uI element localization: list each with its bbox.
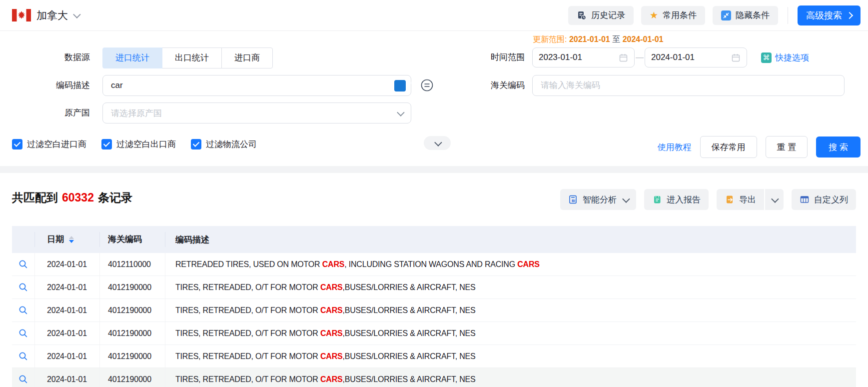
row-code: 4012190000 [100, 276, 165, 298]
date-separator: — [636, 48, 644, 68]
header-date[interactable]: 日期 [35, 232, 100, 247]
magnifier-icon[interactable] [18, 306, 28, 315]
datasource-label: 数据源 [30, 48, 90, 68]
checkbox-checked-icon[interactable] [191, 139, 201, 150]
magnifier-icon[interactable] [18, 352, 28, 361]
chevron-down-icon [771, 195, 779, 203]
row-date: 2024-01-01 [35, 299, 100, 322]
hide-conditions-label: 隐藏条件 [736, 10, 770, 21]
results-count: 60332 [62, 191, 94, 204]
date-to-value: 2024-01-01 [651, 52, 695, 62]
results-summary: 共匹配到60332条记录 [12, 190, 132, 206]
smart-analysis-button[interactable]: BI 智能分析 [560, 189, 636, 210]
header-date-label: 日期 [47, 232, 64, 247]
hs-code-field [532, 75, 845, 96]
magnifier-icon[interactable] [18, 374, 28, 384]
tab-import-statistics[interactable]: 进口统计 [102, 48, 162, 68]
country-selector[interactable]: 加拿大 [12, 8, 79, 22]
header-action-col [12, 232, 35, 247]
filter-blank-importer[interactable]: 过滤空白进口商 [12, 138, 86, 150]
header-description: 编码描述 [165, 234, 856, 246]
tab-importers[interactable]: 进口商 [221, 48, 273, 68]
row-date: 2024-01-01 [35, 345, 100, 368]
save-favorite-button[interactable]: 保存常用 [700, 136, 757, 158]
row-date: 2024-01-01 [35, 276, 100, 298]
results-table: 日期 海关编码 编码描述 2024-01-01 4012110000 RETRE… [12, 226, 856, 387]
magnifier-icon[interactable] [18, 260, 28, 269]
translate-icon[interactable]: 中A [394, 80, 406, 92]
table-body: 2024-01-01 4012110000 RETREADED TIRES, U… [12, 253, 856, 387]
search-button[interactable]: 搜 索 [816, 136, 861, 158]
checkbox-checked-icon[interactable] [12, 139, 22, 150]
export-button[interactable]: 导出 [717, 189, 764, 210]
filter-checkboxes: 过滤空白进口商 过滤空白出口商 过滤物流公司 [12, 138, 257, 150]
chevron-right-icon [846, 12, 853, 18]
table-row: 2024-01-01 4012110000 RETREADED TIRES, U… [12, 253, 856, 276]
date-from-value: 2023-01-01 [539, 52, 582, 62]
reset-button[interactable]: 重 置 [766, 136, 808, 158]
export-split-button: 导出 [717, 189, 784, 210]
history-icon [577, 10, 587, 20]
export-label: 导出 [739, 194, 756, 206]
checkbox-checked-icon[interactable] [101, 139, 112, 150]
synonym-icon[interactable] [420, 78, 434, 92]
tab-export-statistics[interactable]: 出口统计 [162, 48, 222, 68]
table-header: 日期 海关编码 编码描述 [12, 226, 856, 253]
hs-code-label: 海关编码 [465, 75, 525, 96]
expand-more-button[interactable] [424, 136, 451, 150]
advanced-search-button[interactable]: 高级搜索 [798, 6, 861, 26]
table-row: 2024-01-01 4012190000 TIRES, RETREADED, … [12, 322, 856, 345]
filter-label: 过滤空白出口商 [116, 138, 176, 150]
date-to-input[interactable]: 2024-01-01 [645, 48, 747, 68]
custom-columns-button[interactable]: 自定义列 [792, 189, 856, 210]
results-toolbar: BI 智能分析 进入报告 [560, 189, 856, 210]
update-range: 更新范围: 2021-01-01 至 2024-01-01 [533, 34, 664, 45]
summary-prefix: 共匹配到 [12, 191, 58, 204]
command-icon: ⌘ [761, 52, 772, 63]
table-row: 2024-01-01 4012190000 TIRES, RETREADED, … [12, 368, 856, 387]
origin-label: 原产国 [30, 102, 90, 124]
row-description: TIRES, RETREADED, O/T FOR MOTOR CARS,BUS… [165, 306, 856, 315]
quick-options-label: 快捷选项 [775, 52, 809, 64]
tutorial-link[interactable]: 使用教程 [658, 142, 692, 153]
collapse-icon [721, 10, 731, 20]
row-description: TIRES, RETREADED, O/T FOR MOTOR CARS,BUS… [165, 352, 856, 361]
chevron-down-icon [434, 138, 442, 146]
row-description: RETREADED TIRES, USED ON MOTOR CARS, INC… [165, 260, 856, 269]
magnifier-icon[interactable] [18, 282, 28, 292]
topbar: 加拿大 历史记录 ★ 常用条件 [0, 0, 868, 31]
favorites-button[interactable]: ★ 常用条件 [641, 6, 705, 25]
row-description: TIRES, RETREADED, O/T FOR MOTOR CARS,BUS… [165, 375, 856, 384]
sort-control[interactable] [69, 236, 74, 243]
date-from-input[interactable]: 2023-01-01 [532, 48, 635, 68]
sort-asc-icon [69, 236, 74, 239]
row-date: 2024-01-01 [35, 322, 100, 344]
origin-select[interactable]: 请选择原产国 [102, 102, 411, 124]
enter-report-button[interactable]: 进入报告 [644, 189, 709, 210]
divider [788, 7, 788, 24]
export-options-button[interactable] [765, 189, 784, 210]
filter-blank-exporter[interactable]: 过滤空白出口商 [101, 138, 176, 150]
bi-analysis-icon: BI [568, 194, 578, 204]
summary-suffix: 条记录 [98, 191, 132, 204]
hs-code-input[interactable] [540, 80, 839, 91]
history-button[interactable]: 历史记录 [568, 6, 634, 25]
filter-label: 过滤空白进口商 [27, 138, 86, 150]
chevron-down-icon [73, 10, 81, 18]
chevron-down-icon [622, 195, 630, 203]
export-icon [725, 194, 735, 204]
time-range-label: 时间范围 [465, 48, 525, 68]
row-date: 2024-01-01 [35, 253, 100, 276]
svg-text:BI: BI [572, 199, 575, 202]
code-desc-label: 编码描述 [30, 75, 90, 96]
custom-columns-icon [800, 194, 810, 204]
hide-conditions-button[interactable]: 隐藏条件 [713, 6, 778, 25]
filter-logistics[interactable]: 过滤物流公司 [191, 138, 257, 150]
history-label: 历史记录 [591, 10, 625, 21]
magnifier-icon[interactable] [18, 328, 28, 338]
datasource-tabs: 进口统计 出口统计 进口商 [102, 48, 273, 68]
report-icon [652, 194, 662, 204]
custom-columns-label: 自定义列 [814, 194, 848, 206]
quick-options-button[interactable]: ⌘ 快捷选项 [761, 48, 809, 68]
section-divider [0, 166, 868, 173]
